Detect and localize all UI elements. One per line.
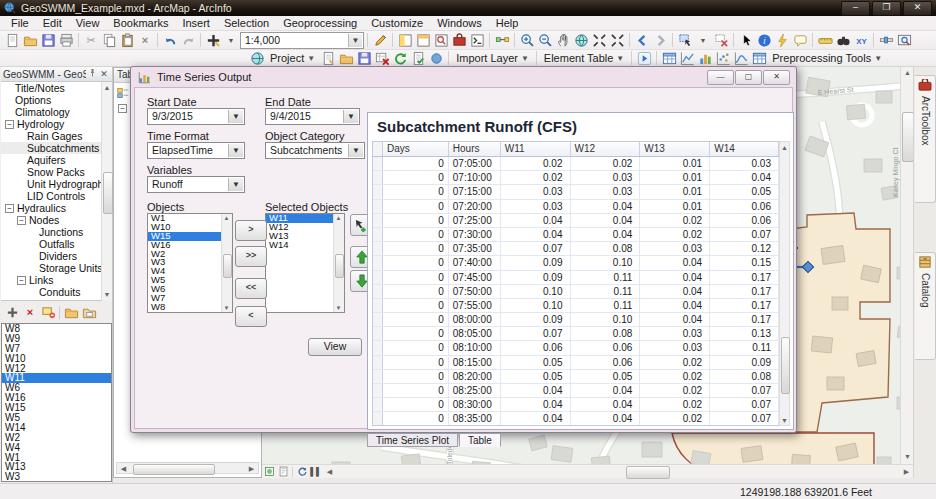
menu-item-help[interactable]: Help [489,16,526,30]
tab-catalog[interactable]: Catalog [915,252,936,360]
list-item-w8[interactable]: W8 [148,303,232,312]
toolbox-window-icon[interactable] [450,32,468,48]
scroll-down-arrow[interactable]: ▼ [780,415,789,427]
layout-view-button[interactable] [276,466,290,478]
tree-item-outfalls[interactable]: Outfalls [1,238,112,250]
refresh-view-button[interactable] [295,466,309,478]
table-row[interactable]: 007:30:000.040.040.020.07 [373,228,779,242]
menu-item-windows[interactable]: Windows [430,16,489,30]
menu-item-geoprocessing[interactable]: Geoprocessing [276,16,364,30]
import-layer-menu-button[interactable]: Import Layer▼ [452,52,533,64]
map-horizontal-scrollbar[interactable]: ▌▌ ◀ ▶ [262,464,913,478]
tree-item-nodes[interactable]: −Nodes [1,214,112,226]
table-row[interactable]: 007:35:000.070.080.030.12 [373,242,779,256]
menu-item-edit[interactable]: Edit [36,16,69,30]
pin-icon[interactable] [86,68,98,80]
table-row[interactable]: 007:05:000.020.020.010.03 [373,157,779,171]
go-to-xy-icon[interactable]: XY [852,32,870,48]
print-icon[interactable] [57,32,75,48]
scroll-left-arrow[interactable]: ◀ [323,466,336,478]
table-row[interactable]: 007:15:000.030.030.010.05 [373,185,779,199]
tree-item-links[interactable]: −Links [1,274,112,286]
menu-item-view[interactable]: View [69,16,107,30]
tree-item-hydrology[interactable]: −Hydrology [1,118,112,130]
table-row[interactable]: 008:10:000.060.060.030.11 [373,341,779,355]
pause-drawing-button[interactable]: ▌▌ [309,466,323,478]
measure-ruler-icon[interactable] [816,32,834,48]
hyperlink-lightning-icon[interactable] [773,32,791,48]
tree-item-storage-units[interactable]: Storage Units [1,262,112,274]
menu-item-bookmarks[interactable]: Bookmarks [106,16,175,30]
refresh-arrows-icon[interactable] [391,50,409,66]
tree-vertical-scrollbar[interactable]: ▲ ▼ [101,82,112,301]
element-table-menu-button[interactable]: Element Table▼ [540,52,628,64]
find-binoculars-icon[interactable] [834,32,852,48]
menu-item-insert[interactable]: Insert [175,16,217,30]
list-by-drawing-order-icon[interactable] [117,87,129,101]
scroll-down-arrow[interactable]: ▼ [102,289,112,301]
save-folder-small-icon[interactable] [80,304,98,320]
table-row[interactable]: 007:25:000.040.040.020.06 [373,214,779,228]
transfer-add-all-button[interactable]: >> [235,246,267,267]
scroll-up-arrow[interactable]: ▲ [102,82,112,94]
full-extent-globe-icon[interactable] [572,32,590,48]
run-play-icon[interactable] [635,50,653,66]
table-row[interactable]: 007:20:000.030.040.010.06 [373,200,779,214]
object-category-combobox[interactable]: Subcatchments▼ [265,142,365,159]
clear-selection-icon[interactable] [712,32,730,48]
tree-item-hydraulics[interactable]: −Hydraulics [1,202,112,214]
time-slider-icon[interactable] [877,32,895,48]
save-floppy-icon[interactable] [39,32,57,48]
fixed-zoom-out-icon[interactable] [608,32,626,48]
scrollbar-thumb[interactable] [103,172,113,214]
scroll-left-arrow[interactable]: ◀ [117,463,130,475]
tree-item-junctions[interactable]: Junctions [1,226,112,238]
tab-time-series-plot[interactable]: Time Series Plot [367,433,458,447]
tab-table[interactable]: Table [459,433,501,447]
open-folder-icon[interactable] [337,50,355,66]
commit-dot-icon[interactable] [427,50,445,66]
scrollbar-thumb[interactable] [626,466,670,479]
select-elements-arrow-icon[interactable] [737,32,755,48]
tab-arctoolbox[interactable]: ArcToolbox [915,75,936,203]
selected-objects-listbox[interactable]: W11W12W13W14▲▼ [265,213,345,313]
preprocessing-tools-menu-button[interactable]: Preprocessing Tools▼ [768,52,886,64]
delete-x-icon[interactable]: × [136,32,154,48]
zoom-in-magnifier-icon[interactable] [518,32,536,48]
caret-icon[interactable]: ▼ [694,32,712,48]
tree-item-title-notes[interactable]: Title/Notes [1,82,112,94]
menu-item-selection[interactable]: Selection [217,16,276,30]
chevron-down-icon[interactable]: ▼ [228,178,243,191]
identify-info-icon[interactable]: i [755,32,773,48]
window-minimize-button[interactable]: – [841,1,870,16]
scroll-up-arrow[interactable]: ▲ [222,214,231,222]
table-grid2-icon[interactable] [750,50,768,66]
undo-arrow-icon[interactable] [161,32,179,48]
open-folder-small-icon[interactable] [62,304,80,320]
back-arrow-icon[interactable] [633,32,651,48]
transfer-remove-all-button[interactable]: << [235,278,267,299]
collapse-box-icon[interactable]: − [5,120,14,129]
chevron-down-icon[interactable]: ▼ [343,110,358,123]
scroll-down-arrow[interactable]: ▼ [334,304,343,312]
scrollbar-thumb[interactable] [781,337,790,394]
dialog-close-button[interactable]: ✕ [763,70,790,85]
validate-page-icon[interactable] [409,50,427,66]
table-row[interactable]: 007:50:000.100.110.040.17 [373,285,779,299]
tree-collapse-box[interactable]: − [118,104,127,113]
zoom-out-magnifier-icon[interactable] [536,32,554,48]
window-close-button[interactable]: ✕ [903,1,932,16]
dialog-titlebar[interactable]: Time Series Output — ▢ ✕ [131,67,796,87]
chevron-down-icon[interactable]: ▼ [348,144,363,157]
delete-red-x-icon[interactable]: × [21,304,39,320]
tree-item-aquifers[interactable]: Aquifers [1,154,112,166]
collapse-box-icon[interactable]: − [17,216,26,225]
table-row[interactable]: 008:00:000.090.100.040.17 [373,313,779,327]
close-icon[interactable]: ✕ [98,69,110,79]
collapse-box-icon[interactable]: − [17,276,26,285]
project-menu-button[interactable]: Project▼ [266,52,319,64]
add-plus-icon[interactable] [3,304,21,320]
scroll-up-arrow[interactable]: ▲ [334,214,343,222]
list-item-w3[interactable]: W3 [2,472,111,482]
project-globe-icon[interactable] [248,50,266,66]
